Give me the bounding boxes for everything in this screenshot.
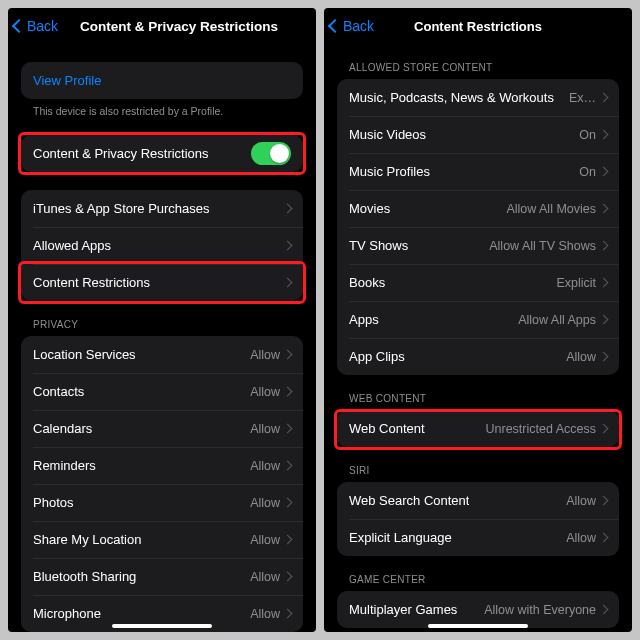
music-podcasts-row[interactable]: Music, Podcasts, News & WorkoutsEx… [337,79,619,116]
back-label: Back [27,18,58,34]
restrictions-group: iTunes & App Store Purchases Allowed App… [21,190,303,301]
allowed-apps-row[interactable]: Allowed Apps [21,227,303,264]
reminders-row[interactable]: RemindersAllow [21,447,303,484]
siri-header: SIRI [337,465,619,482]
back-button[interactable]: Back [14,18,58,34]
chevron-right-icon [283,498,293,508]
contacts-row[interactable]: ContactsAllow [21,373,303,410]
music-videos-row[interactable]: Music VideosOn [337,116,619,153]
chevron-right-icon [599,241,609,251]
chevron-right-icon [283,241,293,251]
calendars-row[interactable]: CalendarsAllow [21,410,303,447]
screen-content-restrictions: Back Content Restrictions ALLOWED STORE … [324,8,632,632]
chevron-right-icon [283,609,293,619]
explicit-language-row[interactable]: Explicit LanguageAllow [337,519,619,556]
gc-header: GAME CENTER [337,574,619,591]
main-toggle-group: Content & Privacy Restrictions [21,135,303,172]
chevron-right-icon [599,352,609,362]
privacy-group: PRIVACY Location ServicesAllow ContactsA… [21,319,303,632]
content-restrictions-row[interactable]: Content Restrictions [21,264,303,301]
apps-row[interactable]: AppsAllow All Apps [337,301,619,338]
chevron-right-icon [283,535,293,545]
web-content-row[interactable]: Web ContentUnrestricted Access [337,410,619,447]
web-search-row[interactable]: Web Search ContentAllow [337,482,619,519]
app-clips-row[interactable]: App ClipsAllow [337,338,619,375]
music-profiles-row[interactable]: Music ProfilesOn [337,153,619,190]
home-indicator[interactable] [428,624,528,628]
chevron-left-icon [12,19,26,33]
toggle-switch-on[interactable] [251,142,291,165]
itunes-purchases-row[interactable]: iTunes & App Store Purchases [21,190,303,227]
chevron-right-icon [599,130,609,140]
chevron-right-icon [599,533,609,543]
web-header: WEB CONTENT [337,393,619,410]
chevron-right-icon [283,461,293,471]
content-scroll[interactable]: View Profile This device is also restric… [8,44,316,632]
back-button[interactable]: Back [330,18,374,34]
movies-row[interactable]: MoviesAllow All Movies [337,190,619,227]
chevron-right-icon [283,424,293,434]
chevron-right-icon [283,204,293,214]
chevron-right-icon [283,350,293,360]
view-profile-row[interactable]: View Profile [21,62,303,99]
chevron-right-icon [599,167,609,177]
store-header: ALLOWED STORE CONTENT [337,62,619,79]
multiplayer-games-row[interactable]: Multiplayer GamesAllow with Everyone [337,591,619,628]
nav-bar: Back Content & Privacy Restrictions [8,8,316,44]
chevron-right-icon [599,278,609,288]
game-center-group: GAME CENTER Multiplayer GamesAllow with … [337,574,619,628]
web-content-group: WEB CONTENT Web ContentUnrestricted Acce… [337,393,619,447]
home-indicator[interactable] [112,624,212,628]
chevron-right-icon [599,424,609,434]
screen-content-privacy: Back Content & Privacy Restrictions View… [8,8,316,632]
chevron-right-icon [599,496,609,506]
toggle-label: Content & Privacy Restrictions [33,146,209,161]
chevron-right-icon [599,93,609,103]
location-services-row[interactable]: Location ServicesAllow [21,336,303,373]
content-scroll[interactable]: ALLOWED STORE CONTENT Music, Podcasts, N… [324,44,632,632]
chevron-right-icon [283,387,293,397]
chevron-left-icon [328,19,342,33]
profile-note: This device is also restricted by a Prof… [21,99,303,117]
content-privacy-toggle-row[interactable]: Content & Privacy Restrictions [21,135,303,172]
share-location-row[interactable]: Share My LocationAllow [21,521,303,558]
photos-row[interactable]: PhotosAllow [21,484,303,521]
nav-bar: Back Content Restrictions [324,8,632,44]
chevron-right-icon [283,278,293,288]
chevron-right-icon [283,572,293,582]
view-profile-label: View Profile [33,73,101,88]
store-content-group: ALLOWED STORE CONTENT Music, Podcasts, N… [337,62,619,375]
bluetooth-sharing-row[interactable]: Bluetooth SharingAllow [21,558,303,595]
profile-group: View Profile This device is also restric… [21,62,303,117]
tv-shows-row[interactable]: TV ShowsAllow All TV Shows [337,227,619,264]
privacy-header: PRIVACY [21,319,303,336]
siri-group: SIRI Web Search ContentAllow Explicit La… [337,465,619,556]
chevron-right-icon [599,315,609,325]
books-row[interactable]: BooksExplicit [337,264,619,301]
chevron-right-icon [599,204,609,214]
back-label: Back [343,18,374,34]
chevron-right-icon [599,605,609,615]
